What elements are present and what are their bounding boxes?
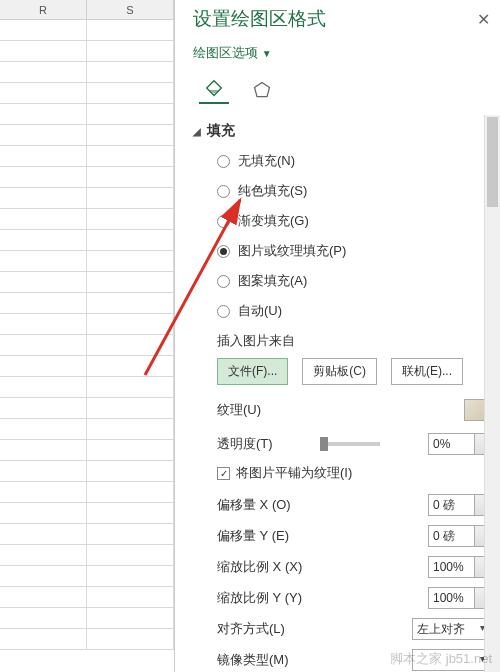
fill-line-icon[interactable] <box>199 76 229 104</box>
grid-row[interactable] <box>0 503 174 524</box>
grid-row[interactable] <box>0 566 174 587</box>
cell[interactable] <box>0 314 87 334</box>
grid-row[interactable] <box>0 377 174 398</box>
cell[interactable] <box>0 251 87 271</box>
radio-picture-fill[interactable]: 图片或纹理填充(P) <box>217 242 490 260</box>
transparency-input[interactable]: 0% <box>428 433 490 455</box>
cell[interactable] <box>87 146 174 166</box>
cell[interactable] <box>87 419 174 439</box>
cell[interactable] <box>0 566 87 586</box>
cell[interactable] <box>0 545 87 565</box>
column-header[interactable]: S <box>87 0 174 19</box>
cell[interactable] <box>0 377 87 397</box>
plot-area-options-dropdown[interactable]: 绘图区选项 ▼ <box>193 44 490 62</box>
cell[interactable] <box>87 545 174 565</box>
transparency-slider[interactable] <box>320 442 380 446</box>
cell[interactable] <box>0 272 87 292</box>
cell[interactable] <box>87 398 174 418</box>
cell[interactable] <box>87 587 174 607</box>
cell[interactable] <box>0 482 87 502</box>
cell[interactable] <box>87 356 174 376</box>
cell[interactable] <box>0 419 87 439</box>
cell[interactable] <box>0 524 87 544</box>
cell[interactable] <box>87 230 174 250</box>
cell[interactable] <box>0 41 87 61</box>
radio-auto-fill[interactable]: 自动(U) <box>217 302 490 320</box>
grid-row[interactable] <box>0 419 174 440</box>
grid-row[interactable] <box>0 356 174 377</box>
radio-no-fill[interactable]: 无填充(N) <box>217 152 490 170</box>
spreadsheet-grid[interactable]: R S <box>0 0 175 672</box>
grid-row[interactable] <box>0 188 174 209</box>
cell[interactable] <box>87 41 174 61</box>
grid-row[interactable] <box>0 62 174 83</box>
grid-row[interactable] <box>0 461 174 482</box>
grid-row[interactable] <box>0 20 174 41</box>
cell[interactable] <box>0 146 87 166</box>
column-header[interactable]: R <box>0 0 87 19</box>
grid-row[interactable] <box>0 482 174 503</box>
grid-row[interactable] <box>0 209 174 230</box>
offset-x-input[interactable]: 0 磅 <box>428 494 490 516</box>
cell[interactable] <box>87 335 174 355</box>
cell[interactable] <box>0 608 87 628</box>
cell[interactable] <box>87 83 174 103</box>
grid-row[interactable] <box>0 104 174 125</box>
cell[interactable] <box>87 524 174 544</box>
cell[interactable] <box>87 125 174 145</box>
cell[interactable] <box>87 209 174 229</box>
cell[interactable] <box>0 104 87 124</box>
effects-icon[interactable] <box>247 76 277 104</box>
cell[interactable] <box>87 440 174 460</box>
clipboard-button[interactable]: 剪贴板(C) <box>302 358 377 385</box>
cell[interactable] <box>0 167 87 187</box>
grid-row[interactable] <box>0 524 174 545</box>
close-icon[interactable]: ✕ <box>477 10 490 29</box>
cell[interactable] <box>0 62 87 82</box>
cell[interactable] <box>0 83 87 103</box>
cell[interactable] <box>87 377 174 397</box>
grid-row[interactable] <box>0 314 174 335</box>
grid-row[interactable] <box>0 167 174 188</box>
grid-row[interactable] <box>0 251 174 272</box>
grid-row[interactable] <box>0 608 174 629</box>
cell[interactable] <box>87 272 174 292</box>
cell[interactable] <box>0 503 87 523</box>
file-button[interactable]: 文件(F)... <box>217 358 288 385</box>
panel-scrollbar[interactable] <box>484 115 500 672</box>
cell[interactable] <box>87 62 174 82</box>
cell[interactable] <box>0 209 87 229</box>
cell[interactable] <box>87 188 174 208</box>
grid-row[interactable] <box>0 335 174 356</box>
radio-pattern-fill[interactable]: 图案填充(A) <box>217 272 490 290</box>
fill-section-header[interactable]: ◢ 填充 <box>193 122 490 140</box>
cell[interactable] <box>87 629 174 649</box>
grid-row[interactable] <box>0 398 174 419</box>
cell[interactable] <box>0 125 87 145</box>
grid-row[interactable] <box>0 41 174 62</box>
online-button[interactable]: 联机(E)... <box>391 358 463 385</box>
grid-row[interactable] <box>0 83 174 104</box>
cell[interactable] <box>87 167 174 187</box>
cell[interactable] <box>87 314 174 334</box>
grid-row[interactable] <box>0 629 174 650</box>
scale-x-input[interactable]: 100% <box>428 556 490 578</box>
cell[interactable] <box>0 20 87 40</box>
align-combo[interactable]: 左上对齐 <box>412 618 490 640</box>
cell[interactable] <box>87 293 174 313</box>
offset-y-input[interactable]: 0 磅 <box>428 525 490 547</box>
cell[interactable] <box>87 461 174 481</box>
scale-y-input[interactable]: 100% <box>428 587 490 609</box>
radio-solid-fill[interactable]: 纯色填充(S) <box>217 182 490 200</box>
grid-row[interactable] <box>0 587 174 608</box>
tile-checkbox-row[interactable]: ✓ 将图片平铺为纹理(I) <box>217 464 490 482</box>
grid-row[interactable] <box>0 125 174 146</box>
cell[interactable] <box>0 587 87 607</box>
cell[interactable] <box>0 188 87 208</box>
grid-row[interactable] <box>0 293 174 314</box>
cell[interactable] <box>87 566 174 586</box>
cell[interactable] <box>87 104 174 124</box>
cell[interactable] <box>87 482 174 502</box>
cell[interactable] <box>0 356 87 376</box>
cell[interactable] <box>87 503 174 523</box>
